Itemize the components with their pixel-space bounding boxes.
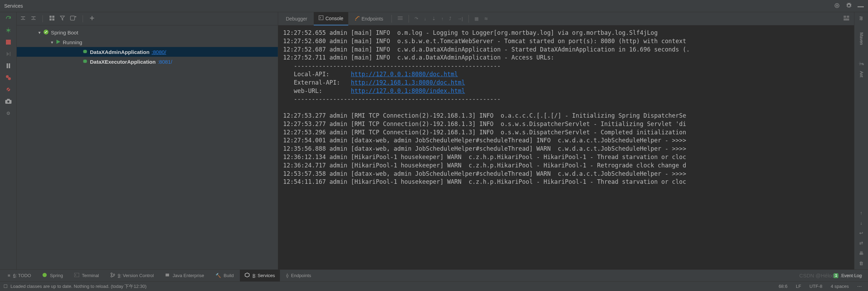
svg-point-15: [6, 75, 9, 78]
rail-ant-label[interactable]: Ant: [859, 71, 864, 77]
tab-console[interactable]: Console: [314, 12, 348, 25]
step-into-icon[interactable]: ↓: [422, 16, 428, 21]
svg-point-63: [113, 274, 115, 275]
svg-point-16: [8, 77, 11, 80]
svg-marker-65: [245, 273, 249, 277]
rail-maven-label[interactable]: Maven: [859, 32, 864, 45]
tree-node-spring-boot[interactable]: ▾ Spring Boot: [17, 27, 278, 37]
svg-rect-60: [74, 273, 79, 277]
endpoints-icon: ⟠: [286, 273, 288, 278]
expand-all-icon[interactable]: [20, 15, 26, 22]
bug-run-icon: [82, 58, 88, 65]
tab-javaee[interactable]: Java Enterprise: [160, 270, 209, 282]
svg-point-61: [111, 273, 112, 274]
tab-terminal[interactable]: Terminal: [69, 270, 104, 282]
rail-print-icon[interactable]: 🖶: [859, 251, 863, 256]
chevron-down-icon: ▾: [50, 40, 54, 45]
tab-endpoints-bottom[interactable]: ⟠Endpoints: [281, 270, 316, 282]
console-output[interactable]: 12:27:52.655 admin [main] INFO o.m.log -…: [278, 25, 854, 269]
minimize-icon[interactable]: [858, 3, 864, 9]
add-config-icon[interactable]: [70, 15, 76, 22]
svg-point-1: [836, 5, 838, 6]
target-icon[interactable]: [834, 2, 840, 10]
mute-breakpoints-icon[interactable]: [5, 86, 12, 93]
tab-services[interactable]: 8: Services: [240, 270, 280, 282]
pause-icon[interactable]: [5, 62, 12, 69]
svg-point-21: [7, 101, 9, 103]
layout-icon[interactable]: [842, 16, 851, 22]
stop-icon[interactable]: [5, 39, 12, 46]
group-icon[interactable]: [49, 15, 55, 22]
app-port[interactable]: :8081/: [158, 59, 172, 65]
tab-debugger[interactable]: Debugger: [281, 12, 312, 25]
gear-icon[interactable]: [846, 2, 852, 10]
app-name: DataXAdminApplication: [90, 49, 150, 55]
rail-trash-icon[interactable]: 🗑: [859, 261, 863, 266]
status-message: Loaded classes are up to date. Nothing t…: [10, 283, 146, 290]
force-step-icon[interactable]: ⇣: [430, 16, 438, 21]
branch-icon: [110, 273, 115, 278]
status-indent[interactable]: 4 spaces: [831, 284, 849, 289]
toolbar-lines-icon[interactable]: [395, 16, 405, 22]
run-to-cursor-icon[interactable]: →|: [455, 16, 465, 21]
rail-wrap2-icon[interactable]: ⇄: [859, 241, 863, 246]
add-icon[interactable]: [89, 15, 95, 22]
rerun-icon[interactable]: [5, 15, 12, 22]
svg-rect-12: [10, 52, 10, 56]
svg-rect-28: [50, 18, 52, 21]
tab-vcs[interactable]: 9: Version Control: [105, 270, 159, 282]
debug-icon[interactable]: [5, 27, 12, 34]
status-encoding[interactable]: UTF-8: [809, 284, 822, 289]
drop-frame-icon[interactable]: ⤴: [447, 16, 454, 21]
rail-wrap-icon[interactable]: ↩: [859, 230, 863, 236]
event-count-badge: 1: [833, 273, 838, 278]
tab-todo[interactable]: ≡6: TODO: [3, 270, 36, 282]
run-toolbar-rail: ⚙: [0, 12, 17, 269]
tree-node-app-admin[interactable]: DataXAdminApplication :8080/: [17, 47, 278, 57]
svg-rect-2: [858, 6, 864, 7]
tree-node-running[interactable]: ▾ Running: [17, 37, 278, 47]
filter-icon[interactable]: [60, 15, 65, 22]
status-line-separator[interactable]: LF: [796, 284, 801, 289]
status-icon: ☐: [3, 284, 8, 289]
status-more-icon[interactable]: ⋯: [857, 284, 862, 289]
app-name: DataXExecutorApplication: [90, 59, 155, 65]
evaluate-icon[interactable]: ▦: [472, 16, 481, 21]
trace-icon[interactable]: ≋: [482, 16, 490, 21]
status-position[interactable]: 68:6: [779, 284, 787, 289]
svg-rect-14: [9, 63, 10, 68]
tree-node-app-executor[interactable]: DataXExecutorApplication :8081/: [17, 57, 278, 66]
ant-icon[interactable]: 🐜: [859, 61, 864, 66]
step-over-icon[interactable]: ↷: [412, 16, 420, 21]
console-link[interactable]: http://192.168.1.3:8080/doc.html: [351, 79, 465, 86]
collapse-all-icon[interactable]: [31, 15, 36, 22]
svg-rect-10: [6, 40, 11, 45]
svg-rect-64: [166, 274, 169, 276]
rail-up-icon[interactable]: ↑: [860, 210, 862, 215]
console-link[interactable]: http://127.0.0.1:8080/index.html: [351, 87, 465, 94]
step-out-icon[interactable]: ↑: [439, 16, 446, 21]
svg-line-6: [6, 29, 7, 30]
svg-rect-29: [52, 18, 54, 21]
svg-rect-31: [70, 16, 75, 20]
console-link[interactable]: http://127.0.0.1:8080/doc.html: [351, 71, 458, 78]
svg-marker-37: [56, 40, 60, 44]
hammer-icon: 🔨: [215, 273, 221, 278]
right-rail: m Maven 🐜 Ant ↑ ↓ ↩ ⇄ 🖶 🗑: [854, 12, 868, 269]
rail-maven[interactable]: m: [858, 16, 865, 21]
tab-build[interactable]: 🔨Build: [211, 270, 239, 282]
step-icon[interactable]: [5, 50, 12, 57]
svg-rect-20: [7, 99, 10, 100]
camera-icon[interactable]: [5, 98, 12, 105]
app-port[interactable]: :8080/: [152, 49, 166, 55]
todo-icon: ≡: [8, 273, 10, 278]
rail-down-icon[interactable]: ↓: [860, 220, 862, 226]
breakpoints-icon[interactable]: [5, 74, 12, 81]
tab-event-log[interactable]: Event Log: [841, 273, 862, 278]
svg-line-8: [6, 31, 7, 32]
tab-spring[interactable]: Spring: [37, 270, 68, 282]
endpoints-icon: [355, 16, 359, 22]
tab-endpoints[interactable]: Endpoints: [350, 12, 388, 25]
settings-icon[interactable]: ⚙: [5, 110, 12, 117]
console-area: Debugger Console Endpoints ↷ ↓ ⇣ ↑ ⤴ →| …: [278, 12, 854, 269]
